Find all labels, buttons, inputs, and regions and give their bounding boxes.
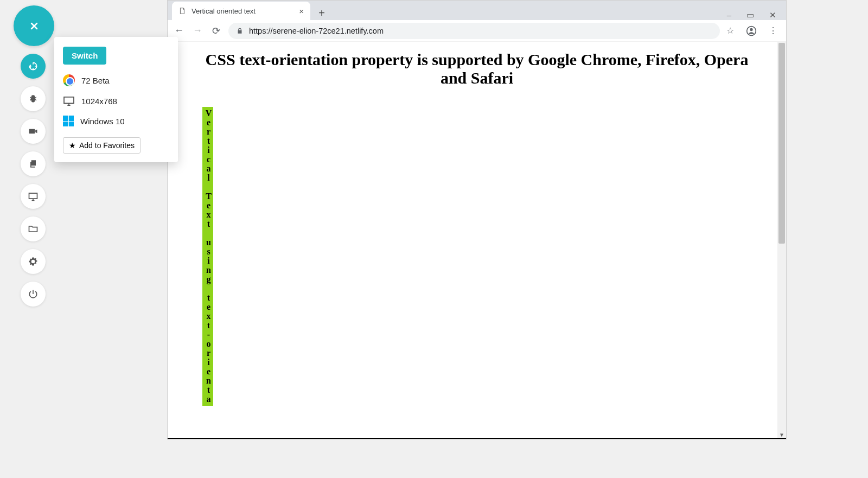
screenshots-button[interactable]	[21, 151, 46, 176]
kebab-menu-button[interactable]: ⋮	[769, 26, 777, 36]
switch-button[interactable]: Switch	[63, 47, 106, 65]
maximize-button[interactable]: ▭	[746, 10, 754, 20]
window-close-button[interactable]: ✕	[769, 10, 776, 20]
session-info-button[interactable]	[21, 54, 46, 79]
monitor-icon	[63, 96, 75, 106]
address-bar: ← → ⟳ https://serene-elion-72ce21.netlif…	[168, 20, 786, 42]
copy-icon	[28, 158, 39, 169]
screen-icon	[28, 191, 39, 202]
chrome-icon	[63, 74, 75, 86]
end-session-button[interactable]	[21, 282, 46, 307]
record-button[interactable]	[21, 119, 46, 144]
settings-button[interactable]	[21, 249, 46, 274]
left-toolbar	[21, 5, 48, 307]
bug-button[interactable]	[21, 86, 46, 111]
profile-icon[interactable]	[746, 26, 757, 36]
new-tab-button[interactable]: +	[315, 6, 329, 20]
browser-window: Vertical oriented text × + – ▭ ✕ ← → ⟳ h…	[167, 0, 787, 439]
lock-icon	[236, 27, 244, 35]
browser-version-row: 72 Beta	[63, 74, 169, 86]
svg-point-1	[750, 28, 752, 30]
tab-strip: Vertical oriented text × + – ▭ ✕	[168, 1, 786, 20]
bookmark-star-button[interactable]: ☆	[726, 26, 734, 36]
toolbar-right-icons: ☆ ⋮	[726, 26, 781, 36]
back-button[interactable]: ←	[173, 25, 185, 36]
resolution-row: 1024x768	[63, 96, 169, 106]
os-row: Windows 10	[63, 116, 169, 126]
page-icon	[178, 7, 186, 15]
os-label: Windows 10	[80, 117, 125, 126]
browser-tab[interactable]: Vertical oriented text ×	[172, 2, 310, 20]
power-icon	[28, 289, 39, 299]
bug-icon	[28, 93, 39, 104]
session-icon	[28, 61, 39, 72]
windows-icon	[63, 116, 74, 126]
forward-button[interactable]: →	[192, 25, 203, 36]
viewport-scrollbar[interactable]: ▼	[777, 42, 786, 439]
scrollbar-thumb[interactable]	[778, 43, 785, 244]
session-info-popover: Switch 72 Beta 1024x768 Windows 10 ★ Add…	[54, 37, 178, 162]
files-button[interactable]	[21, 216, 46, 241]
folder-icon	[28, 224, 39, 234]
tab-close-button[interactable]: ×	[299, 7, 304, 16]
reload-button[interactable]: ⟳	[210, 25, 222, 37]
scrollbar-down-arrow[interactable]: ▼	[778, 432, 785, 438]
page-heading: CSS text-orientation property is support…	[168, 42, 786, 87]
page-bottom-edge	[168, 438, 786, 439]
favorites-label: Add to Favorites	[79, 141, 135, 150]
video-icon	[28, 126, 39, 137]
vertical-text-demo: Vertical Text using text-orienta	[202, 107, 213, 406]
close-icon	[29, 21, 40, 31]
minimize-button[interactable]: –	[727, 10, 731, 20]
url-text: https://serene-elion-72ce21.netlify.com	[249, 27, 384, 35]
star-icon: ★	[69, 141, 76, 150]
add-to-favorites-button[interactable]: ★ Add to Favorites	[63, 137, 141, 154]
url-bar[interactable]: https://serene-elion-72ce21.netlify.com	[228, 23, 720, 39]
resolution-label: 1024x768	[81, 97, 117, 106]
resolution-button[interactable]	[21, 184, 46, 209]
tab-title: Vertical oriented text	[192, 7, 256, 15]
browser-version-label: 72 Beta	[81, 76, 110, 85]
close-session-button[interactable]	[14, 5, 54, 46]
gear-icon	[28, 256, 39, 267]
page-viewport: CSS text-orientation property is support…	[168, 42, 786, 439]
window-controls: – ▭ ✕	[717, 10, 786, 20]
